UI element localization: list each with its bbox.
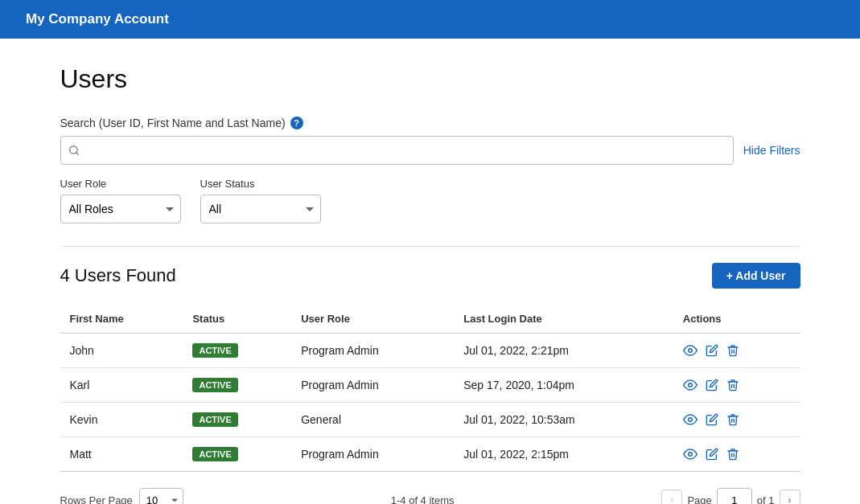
svg-line-1 [76, 153, 78, 155]
add-user-button[interactable]: + Add User [712, 263, 800, 289]
help-icon[interactable]: ? [290, 117, 303, 129]
cell-actions [673, 437, 800, 472]
table-body: John ACTIVE Program Admin Jul 01, 2022, … [60, 334, 800, 472]
role-filter-select[interactable]: All Roles Program Admin General [60, 195, 181, 223]
view-icon[interactable] [683, 343, 697, 358]
actions-cell [683, 378, 791, 392]
cell-last-login: Sep 17, 2020, 1:04pm [454, 368, 673, 403]
search-row: Hide Filters [60, 136, 800, 165]
svg-point-2 [689, 349, 693, 353]
cell-role: Program Admin [291, 437, 454, 472]
edit-icon[interactable] [706, 413, 718, 426]
cell-actions [673, 368, 800, 403]
svg-point-3 [689, 383, 693, 387]
actions-cell [683, 412, 791, 427]
of-label: of 1 [757, 494, 775, 505]
cell-first-name: Karl [60, 368, 183, 403]
page-controls: ‹ Page of 1 › [661, 488, 800, 504]
pagination-row: Rows Per Page 10 25 50 1-4 of 4 items ‹ … [60, 488, 800, 504]
view-icon[interactable] [683, 412, 697, 427]
view-icon[interactable] [683, 378, 697, 392]
divider [60, 246, 800, 247]
hide-filters-link[interactable]: Hide Filters [743, 144, 800, 157]
cell-last-login: Jul 01, 2022, 10:53am [454, 403, 673, 437]
cell-first-name: Kevin [60, 403, 183, 437]
users-found-text: 4 Users Found [60, 265, 176, 286]
page-input[interactable] [717, 488, 752, 504]
cell-actions [673, 403, 800, 437]
users-table: First Name Status User Role Last Login D… [60, 305, 800, 472]
svg-point-5 [689, 453, 693, 457]
status-badge: ACTIVE [192, 412, 237, 427]
col-actions: Actions [673, 305, 800, 334]
col-user-role: User Role [291, 305, 454, 334]
page-label: Page [687, 494, 711, 505]
rows-per-page-select[interactable]: 10 25 50 [139, 488, 183, 504]
status-filter-select[interactable]: All Active Inactive [200, 195, 321, 223]
actions-cell [683, 447, 791, 461]
rows-per-page: Rows Per Page 10 25 50 [60, 488, 183, 504]
svg-point-4 [689, 418, 693, 422]
cell-role: Program Admin [291, 368, 454, 403]
cell-last-login: Jul 01, 2022, 2:15pm [454, 437, 673, 472]
users-found-row: 4 Users Found + Add User [60, 263, 800, 289]
role-filter-group: User Role All Roles Program Admin Genera… [60, 178, 181, 223]
cell-actions [673, 334, 800, 368]
cell-role: General [291, 403, 454, 437]
status-badge: ACTIVE [192, 447, 237, 461]
cell-role: Program Admin [291, 334, 454, 368]
search-label: Search (User ID, First Name and Last Nam… [60, 117, 286, 129]
status-filter-label: User Status [200, 178, 321, 190]
search-input-wrap [60, 136, 734, 165]
delete-icon[interactable] [726, 344, 739, 357]
cell-status: ACTIVE [183, 368, 291, 403]
search-icon [68, 145, 80, 156]
col-last-login: Last Login Date [454, 305, 673, 334]
edit-icon[interactable] [706, 379, 718, 391]
rows-per-page-label: Rows Per Page [60, 494, 133, 505]
header-title: My Company Account [26, 11, 169, 27]
search-label-row: Search (User ID, First Name and Last Nam… [60, 117, 800, 129]
items-count: 1-4 of 4 items [391, 494, 455, 505]
prev-page-button[interactable]: ‹ [661, 490, 682, 504]
next-page-button[interactable]: › [780, 490, 800, 504]
cell-status: ACTIVE [183, 334, 291, 368]
delete-icon[interactable] [726, 379, 739, 391]
table-header: First Name Status User Role Last Login D… [60, 305, 800, 334]
filters-row: User Role All Roles Program Admin Genera… [60, 178, 800, 223]
col-status: Status [183, 305, 291, 334]
edit-icon[interactable] [706, 448, 718, 461]
cell-last-login: Jul 01, 2022, 2:21pm [454, 334, 673, 368]
cell-first-name: John [60, 334, 183, 368]
actions-cell [683, 343, 791, 358]
header: My Company Account [0, 0, 860, 39]
view-icon[interactable] [683, 447, 697, 461]
status-badge: ACTIVE [192, 378, 237, 392]
table-row: Karl ACTIVE Program Admin Sep 17, 2020, … [60, 368, 800, 403]
search-input[interactable] [60, 136, 734, 165]
col-first-name: First Name [60, 305, 183, 334]
cell-first-name: Matt [60, 437, 183, 472]
status-filter-group: User Status All Active Inactive [200, 178, 321, 223]
cell-status: ACTIVE [183, 403, 291, 437]
role-filter-label: User Role [60, 178, 181, 190]
main-content: Users Search (User ID, First Name and La… [44, 39, 817, 504]
status-badge: ACTIVE [192, 343, 237, 358]
edit-icon[interactable] [706, 344, 718, 357]
table-header-row: First Name Status User Role Last Login D… [60, 305, 800, 334]
table-row: John ACTIVE Program Admin Jul 01, 2022, … [60, 334, 800, 368]
delete-icon[interactable] [726, 413, 739, 426]
table-row: Matt ACTIVE Program Admin Jul 01, 2022, … [60, 437, 800, 472]
cell-status: ACTIVE [183, 437, 291, 472]
delete-icon[interactable] [726, 448, 739, 461]
table-row: Kevin ACTIVE General Jul 01, 2022, 10:53… [60, 403, 800, 437]
page-title: Users [60, 64, 800, 94]
